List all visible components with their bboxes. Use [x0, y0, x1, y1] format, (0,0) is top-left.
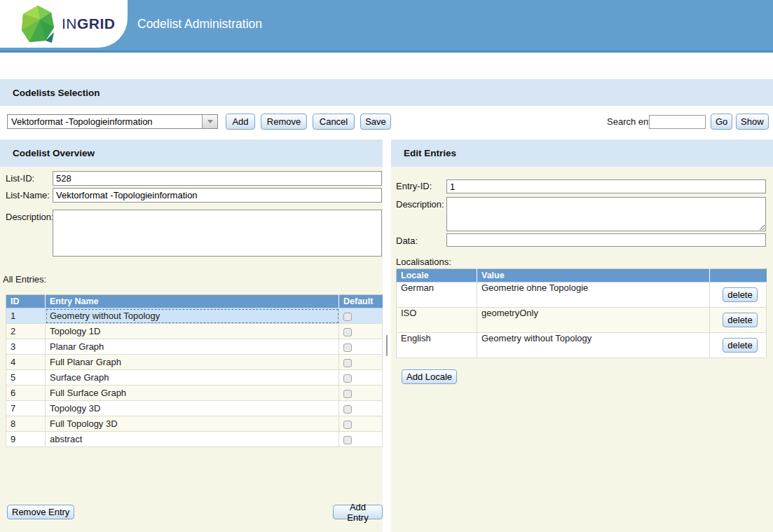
list-id-input[interactable]: [53, 171, 382, 186]
all-entries-label: All Entries:: [3, 274, 46, 285]
delete-locale-button[interactable]: delete: [723, 287, 757, 302]
locale-row: English Geometry without Topology delete: [397, 333, 767, 358]
show-button[interactable]: Show: [736, 114, 769, 130]
locale-cell[interactable]: ISO: [397, 308, 477, 333]
entry-id-input[interactable]: [446, 179, 766, 193]
column-header-locale: Locale: [397, 269, 477, 282]
ingrid-logo: INGRID: [0, 0, 128, 48]
entry-id-label: Entry-ID:: [396, 181, 432, 191]
chevron-down-icon: [207, 120, 213, 123]
localisations-label: Localisations:: [396, 257, 451, 267]
default-checkbox[interactable]: [343, 436, 352, 444]
edit-entries-header: Edit Entries: [391, 139, 773, 167]
column-header-value: Value: [477, 269, 710, 282]
default-checkbox[interactable]: [343, 374, 352, 383]
locale-value-cell[interactable]: Geometry without Topology: [477, 333, 710, 358]
locale-cell[interactable]: English: [397, 333, 477, 358]
ingrid-gem-icon: [20, 4, 56, 43]
locale-cell[interactable]: German: [397, 282, 477, 308]
codelist-overview-title: Codelist Overview: [0, 148, 95, 158]
add-codelist-button[interactable]: Add: [226, 114, 255, 130]
edit-entries-title: Edit Entries: [391, 148, 456, 158]
locale-value-cell[interactable]: geometryOnly: [477, 308, 710, 333]
remove-entry-button[interactable]: Remove Entry: [7, 505, 74, 519]
ingrid-logo-text: INGRID: [62, 15, 116, 32]
data-label: Data:: [396, 236, 418, 246]
codelist-administration-page: Codelist Administration INGRID Codelists…: [0, 0, 773, 532]
page-title: Codelist Administration: [137, 0, 262, 48]
description-label: Description:: [6, 212, 54, 222]
default-checkbox[interactable]: [343, 390, 352, 398]
column-header-actions: [710, 269, 767, 282]
save-button[interactable]: Save: [360, 114, 391, 130]
entry-row[interactable]: 8Full Topology 3D: [6, 416, 383, 432]
default-checkbox[interactable]: [343, 328, 352, 336]
locale-row: ISO geometryOnly delete: [397, 308, 767, 333]
column-header-entry-name: Entry Name: [46, 295, 339, 308]
cancel-button[interactable]: Cancel: [313, 114, 355, 130]
entry-row[interactable]: 6Full Surface Graph: [6, 386, 383, 401]
localisations-header-row: Locale Value: [397, 269, 767, 282]
remove-codelist-button[interactable]: Remove: [261, 114, 307, 130]
codelists-selection-bar: Codelists Selection: [0, 79, 773, 106]
default-checkbox[interactable]: [343, 343, 352, 352]
list-name-input[interactable]: [53, 188, 382, 203]
entry-row[interactable]: 5Surface Graph: [6, 370, 383, 386]
entry-row[interactable]: 1Geometry without Topology: [6, 308, 383, 324]
codelist-description-textarea[interactable]: [53, 210, 382, 257]
add-entry-button[interactable]: Add Entry: [333, 505, 383, 519]
column-header-id: ID: [6, 295, 46, 308]
entry-row[interactable]: 2Topology 1D: [6, 324, 383, 339]
codelist-dropdown-value: Vektorformat -Topologieinformation: [11, 115, 153, 128]
entry-row[interactable]: 4Full Planar Graph: [6, 355, 383, 370]
default-checkbox[interactable]: [343, 313, 352, 321]
go-button[interactable]: Go: [711, 114, 732, 130]
locale-row: German Geometrie ohne Topologie delete: [397, 282, 767, 308]
entry-row[interactable]: 7Topology 3D: [6, 401, 383, 416]
codelist-dropdown[interactable]: Vektorformat -Topologieinformation: [7, 114, 218, 129]
entry-row[interactable]: 9abstract: [6, 432, 383, 447]
list-name-label: List-Name:: [6, 190, 50, 200]
app-header: Codelist Administration INGRID: [0, 0, 773, 53]
delete-locale-button[interactable]: delete: [723, 313, 757, 327]
localisations-table: Locale Value German Geometrie ohne Topol…: [396, 268, 767, 358]
locale-value-cell[interactable]: Geometrie ohne Topologie: [477, 282, 710, 308]
data-input[interactable]: [446, 233, 766, 247]
entries-header-row: ID Entry Name Default: [6, 295, 383, 308]
default-checkbox[interactable]: [343, 421, 352, 429]
codelists-selection-title: Codelists Selection: [0, 88, 100, 98]
list-id-label: List-ID:: [6, 173, 34, 184]
column-header-default: Default: [339, 295, 383, 308]
default-checkbox[interactable]: [343, 405, 352, 414]
codelist-overview-panel: Codelist Overview List-ID: List-Name: De…: [0, 139, 383, 532]
codelist-dropdown-button[interactable]: [202, 115, 217, 128]
codelist-overview-header: Codelist Overview: [0, 139, 383, 167]
add-locale-button[interactable]: Add Locale: [402, 369, 457, 384]
entry-description-textarea[interactable]: [446, 197, 766, 231]
edit-entries-panel: Edit Entries Entry-ID: Description: Data…: [391, 139, 773, 532]
all-entries-table: ID Entry Name Default 1Geometry without …: [6, 294, 383, 447]
delete-locale-button[interactable]: delete: [723, 338, 757, 353]
default-checkbox[interactable]: [343, 359, 352, 367]
panel-resize-handle[interactable]: [386, 335, 388, 356]
entry-description-label: Description:: [396, 199, 444, 210]
entry-row[interactable]: 3Planar Graph: [6, 339, 383, 355]
search-entry-input[interactable]: [649, 115, 706, 129]
